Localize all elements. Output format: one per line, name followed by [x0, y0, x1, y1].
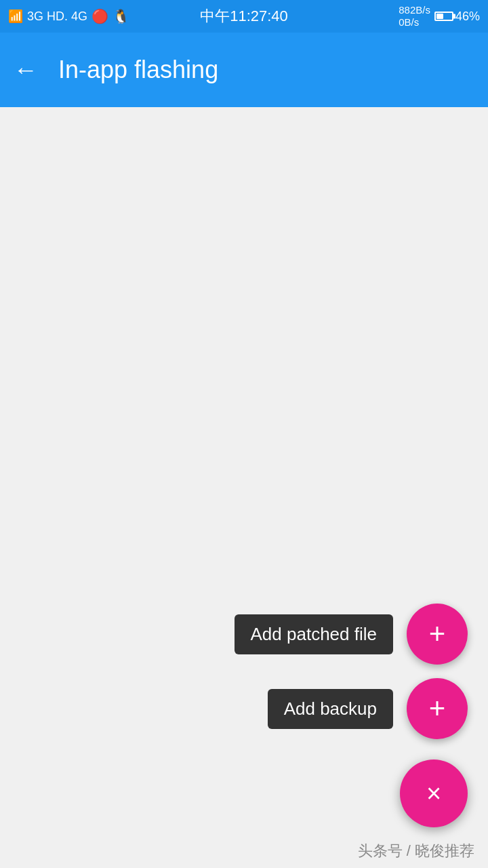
status-bar-right: 882B/s0B/s 46%: [399, 4, 480, 28]
signal-icon: 📶: [8, 9, 23, 24]
watermark: 头条号 / 晓俊推荐: [358, 841, 474, 861]
add-patched-file-label: Add patched file: [235, 614, 393, 654]
status-bar-time: 中午11:27:40: [200, 6, 288, 26]
add-backup-label: Add backup: [268, 689, 393, 729]
battery-icon: [434, 12, 453, 21]
battery-fill: [436, 14, 443, 19]
fab-close-icon: ×: [426, 781, 441, 806]
qq-icon: 🐧: [113, 8, 129, 24]
status-bar: 📶 3G HD. 4G 🔴 🐧 中午11:27:40 882B/s0B/s 46…: [0, 0, 488, 33]
status-bar-left: 📶 3G HD. 4G 🔴 🐧: [8, 8, 129, 24]
add-patched-file-icon: +: [429, 620, 446, 648]
fab-main-button[interactable]: ×: [400, 760, 468, 827]
app-bar: ← In-app flashing: [0, 33, 488, 107]
network-label: 3G HD. 4G: [27, 9, 87, 24]
speed-dial-item-backup: Add backup +: [268, 678, 468, 739]
battery-indicator: 46%: [434, 9, 480, 24]
battery-percent: 46%: [455, 9, 480, 24]
back-button[interactable]: ←: [14, 58, 38, 82]
add-patched-file-button[interactable]: +: [407, 604, 468, 665]
add-backup-button[interactable]: +: [407, 678, 468, 739]
notification-icon: 🔴: [92, 8, 108, 24]
speed-dial-item-patched: Add patched file +: [235, 604, 468, 665]
data-speed: 882B/s0B/s: [399, 4, 430, 28]
fab-container: Add patched file + Add backup + ×: [235, 604, 468, 827]
app-bar-title: In-app flashing: [58, 56, 218, 84]
add-backup-icon: +: [429, 694, 446, 723]
main-content: Add patched file + Add backup + × 头条号 / …: [0, 107, 488, 868]
